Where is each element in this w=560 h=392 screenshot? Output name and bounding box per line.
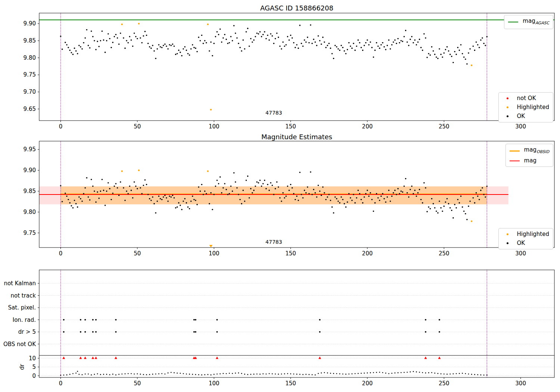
legend-marker-swatch bbox=[503, 97, 513, 99]
legend-label: magOBSID bbox=[524, 146, 549, 156]
highlighted-points bbox=[121, 23, 473, 111]
flag-category-label: not track bbox=[10, 292, 36, 299]
y-tick-label: 9.85 bbox=[24, 188, 36, 195]
x-tick-label: 200 bbox=[362, 380, 373, 387]
dr-tick-label: 5 bbox=[32, 364, 36, 370]
x-tick-label: 50 bbox=[134, 380, 141, 387]
x-tick-label: 250 bbox=[439, 380, 449, 387]
middle-chart-title: Magnitude Estimates bbox=[39, 133, 554, 141]
legend-label: OK bbox=[517, 112, 525, 120]
x-tick-label: 0 bbox=[59, 123, 63, 130]
ok-points bbox=[60, 24, 488, 65]
agasc-magnitude-chart: 477830501001502002503009.659.709.759.809… bbox=[24, 13, 554, 130]
legend-label: Highlighted bbox=[517, 103, 549, 111]
x-tick-label: 250 bbox=[439, 123, 449, 130]
x-tick-label: 50 bbox=[134, 250, 141, 257]
flags-chart: not Kalmannot trackSat. pixel.Ion. rad.d… bbox=[3, 270, 554, 387]
legend-item: Highlighted bbox=[503, 230, 549, 238]
legend-item: Highlighted bbox=[503, 103, 549, 111]
legend-marker-swatch bbox=[503, 106, 513, 108]
legend-dot-swatch bbox=[507, 242, 508, 244]
legend-item: not OK bbox=[503, 94, 549, 102]
magnitude-estimates-chart: 477830501001502002503009.759.809.859.909… bbox=[24, 141, 554, 257]
x-tick-label: 0 bbox=[59, 380, 63, 387]
legend-item: OK bbox=[503, 112, 549, 120]
dr-axis-label: dr bbox=[19, 364, 25, 370]
obsid-annotation: 47783 bbox=[265, 239, 282, 245]
y-tick-label: 9.80 bbox=[24, 209, 36, 215]
legend-label: not OK bbox=[517, 94, 536, 102]
x-tick-label: 200 bbox=[362, 123, 373, 130]
y-tick-label: 9.90 bbox=[24, 167, 36, 174]
x-tick-label: 100 bbox=[209, 250, 220, 257]
legend-marker-swatch bbox=[503, 233, 513, 235]
uncertainty-band bbox=[61, 186, 487, 204]
dr-tick-label: 0 bbox=[32, 373, 36, 379]
legend-dot-swatch bbox=[507, 115, 508, 117]
legend-dot-swatch bbox=[507, 97, 508, 99]
x-tick-label: 150 bbox=[285, 123, 296, 130]
legend-dot-swatch bbox=[507, 106, 508, 108]
flag-points bbox=[63, 331, 440, 333]
figure: 477830501001502002503009.659.709.759.809… bbox=[0, 0, 560, 392]
legend-label: magAGASC bbox=[523, 17, 549, 27]
flag-category-label: not Kalman bbox=[4, 280, 36, 287]
x-tick-label: 0 bbox=[59, 250, 63, 257]
x-tick-label: 100 bbox=[209, 380, 220, 387]
legend-label: OK bbox=[517, 239, 525, 247]
legend-point-status-middle: HighlightedOK bbox=[498, 228, 553, 249]
legend-line-swatch bbox=[510, 161, 520, 161]
y-tick-label: 9.65 bbox=[24, 106, 36, 112]
y-tick-label: 9.75 bbox=[24, 71, 36, 78]
flag-category-label: OBS not OK bbox=[3, 341, 36, 348]
dr-tick-label: 10 bbox=[29, 355, 36, 362]
x-tick-label: 200 bbox=[362, 250, 373, 257]
y-tick-label: 9.70 bbox=[24, 88, 36, 95]
x-tick-label: 50 bbox=[134, 123, 141, 130]
legend-label: mag bbox=[524, 157, 536, 165]
flag-category-label: Ion. rad. bbox=[13, 317, 36, 323]
flag-points bbox=[63, 319, 440, 321]
obsid-annotation: 47783 bbox=[265, 110, 282, 116]
x-tick-label: 300 bbox=[515, 380, 526, 387]
legend-mag-lines: magOBSIDmag bbox=[505, 144, 553, 167]
legend-label: Highlighted bbox=[517, 230, 549, 238]
legend-item: magOBSID bbox=[510, 146, 549, 156]
y-tick-label: 9.90 bbox=[24, 20, 36, 27]
x-tick-label: 150 bbox=[285, 250, 296, 257]
x-tick-label: 250 bbox=[439, 250, 449, 257]
y-tick-label: 9.85 bbox=[24, 37, 36, 44]
legend-point-status: not OKHighlightedOK bbox=[498, 92, 553, 122]
legend-marker-swatch bbox=[503, 115, 513, 117]
legend-item: magAGASC bbox=[508, 17, 549, 27]
charts-canvas: 477830501001502002503009.659.709.759.809… bbox=[0, 0, 560, 392]
dr-exceed-markers bbox=[62, 357, 441, 359]
legend-line-swatch bbox=[510, 150, 520, 152]
flag-category-label: Sat. pixel. bbox=[8, 304, 36, 311]
legend-marker-swatch bbox=[503, 242, 513, 244]
y-tick-label: 9.75 bbox=[24, 230, 36, 236]
x-tick-label: 150 bbox=[285, 380, 296, 387]
legend-item: mag bbox=[510, 157, 549, 165]
flag-category-label: dr > 5 bbox=[18, 329, 36, 335]
clipped-point-marker bbox=[209, 245, 213, 248]
legend-dot-swatch bbox=[507, 233, 508, 235]
plot-frame bbox=[39, 270, 554, 377]
legend-item: OK bbox=[503, 239, 549, 247]
dr-points bbox=[60, 371, 488, 376]
y-tick-label: 9.95 bbox=[24, 146, 36, 153]
x-tick-label: 100 bbox=[209, 123, 220, 130]
top-chart-title: AGASC ID 158866208 bbox=[39, 4, 554, 12]
plot-frame bbox=[39, 13, 554, 121]
legend-line-swatch bbox=[508, 22, 518, 22]
legend-mag-agasc: magAGASC bbox=[504, 15, 553, 29]
y-tick-label: 9.80 bbox=[24, 55, 36, 61]
x-tick-label: 300 bbox=[515, 123, 526, 130]
x-tick-label: 300 bbox=[515, 250, 526, 257]
